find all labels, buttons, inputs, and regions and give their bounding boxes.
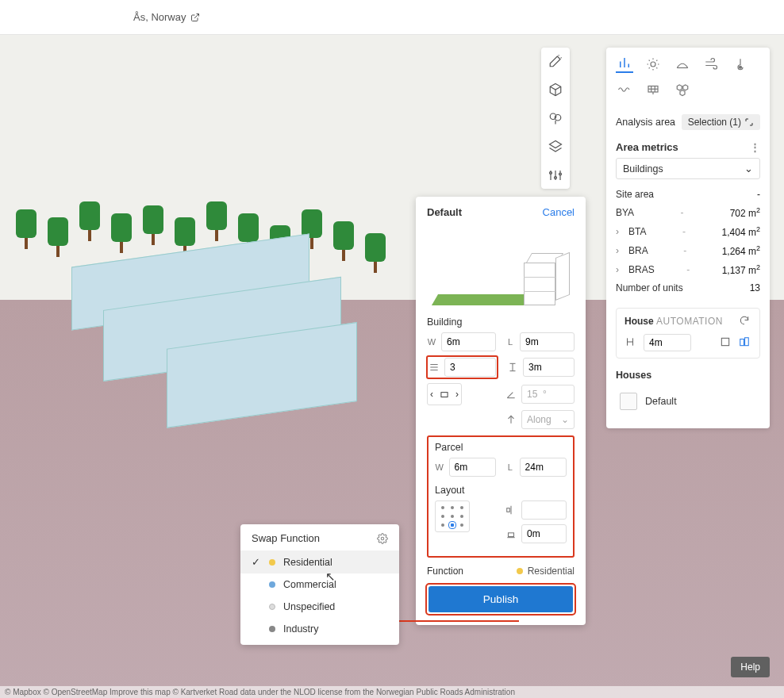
parcel-length-input[interactable] <box>520 458 567 477</box>
layout-header: Layout <box>435 485 567 496</box>
svg-line-0 <box>194 13 199 18</box>
parcel-length-icon: L <box>505 462 515 472</box>
offset-input[interactable] <box>521 524 567 543</box>
annotation-arrow <box>384 620 519 622</box>
swap-item-commercial[interactable]: Commercial <box>240 573 399 596</box>
house-item-default[interactable]: Default <box>616 385 760 417</box>
parcel-width-input[interactable] <box>449 458 496 477</box>
sliders-icon[interactable] <box>547 167 564 184</box>
tree-icon[interactable] <box>547 109 564 127</box>
color-dot <box>269 581 275 588</box>
building-header: Building <box>427 316 575 328</box>
metric-value: 13 <box>750 282 760 293</box>
svg-point-47 <box>381 537 384 540</box>
cube-icon[interactable] <box>547 81 564 98</box>
chevron-right-icon: › <box>616 245 624 256</box>
metric-row[interactable]: ›BRAS-1,137 m2 <box>616 260 760 279</box>
refresh-icon[interactable] <box>739 315 751 328</box>
building-preview <box>427 226 575 305</box>
view-fill-icon[interactable] <box>739 336 751 349</box>
swap-item-unspecified[interactable]: Unspecified <box>240 596 399 618</box>
color-dot <box>269 604 275 610</box>
svg-line-20 <box>649 67 650 68</box>
wand-icon[interactable] <box>547 52 564 70</box>
ridge-orientation-select[interactable]: Along⌄ <box>521 410 575 429</box>
house-thumb-icon <box>620 393 637 410</box>
building-floors-input[interactable] <box>444 358 496 377</box>
house-spacing-input[interactable] <box>644 334 691 351</box>
metric-value: 702 m2 <box>730 206 760 219</box>
metric-value: - <box>757 189 760 200</box>
metric-row: Site area- <box>616 186 760 203</box>
roof-shape-picker[interactable]: ‹ › <box>427 383 462 405</box>
expand-icon <box>744 117 754 127</box>
cancel-button[interactable]: Cancel <box>543 206 575 218</box>
svg-rect-34 <box>745 338 749 346</box>
svg-rect-33 <box>740 339 744 346</box>
building-length-input[interactable] <box>520 332 575 351</box>
metric-value: 1,404 m2 <box>722 225 760 238</box>
chevron-down-icon: ⌄ <box>561 414 569 425</box>
width-icon: W <box>427 337 436 347</box>
building-panel: Default Cancel Building W L ‹ › <box>416 197 586 625</box>
sun-icon[interactable] <box>644 56 662 73</box>
area-metrics-header: Area metrics <box>616 141 678 153</box>
svg-line-21 <box>657 60 658 61</box>
roof-flat-icon <box>438 389 451 400</box>
metric-row: BYA-702 m2 <box>616 203 760 222</box>
metric-row[interactable]: ›BTA-1,404 m2 <box>616 222 760 241</box>
mirror-input[interactable] <box>521 500 567 520</box>
color-dot <box>269 559 275 566</box>
metric-row: Number of units13 <box>616 279 760 297</box>
metric-value: 1,137 m2 <box>722 263 760 276</box>
wave-icon[interactable] <box>616 81 633 98</box>
svg-rect-41 <box>441 393 448 397</box>
temperature-icon[interactable] <box>732 56 749 73</box>
svg-line-18 <box>649 60 650 61</box>
anchor-grid-picker[interactable] <box>435 500 470 532</box>
metrics-dropdown[interactable]: Buildings ⌄ <box>616 158 760 179</box>
solar-panel-icon[interactable] <box>644 81 662 98</box>
angle-icon <box>505 389 517 400</box>
location-name: Ås, Norway <box>133 11 186 23</box>
metric-row[interactable]: ›BRA-1,264 m2 <box>616 241 760 260</box>
noise-icon[interactable] <box>674 56 691 73</box>
layers-icon[interactable] <box>547 138 564 155</box>
swap-item-label: Industry <box>283 623 318 635</box>
metric-label: BRAS <box>628 264 655 275</box>
metric-label: BRA <box>628 245 648 256</box>
map-attribution: © Mapbox © OpenStreetMap Improve this ma… <box>0 686 784 698</box>
swap-item-label: Residential <box>283 557 332 568</box>
chevron-right-icon[interactable]: › <box>455 389 459 400</box>
view-outline-icon[interactable] <box>720 336 732 349</box>
metric-label: Site area <box>616 189 654 200</box>
location-breadcrumb[interactable]: Ås, Norway <box>133 11 200 23</box>
more-icon[interactable]: ⋮ <box>750 141 760 153</box>
chevron-right-icon: › <box>616 226 624 237</box>
svg-rect-32 <box>721 338 728 345</box>
wind-icon[interactable] <box>702 56 720 73</box>
external-link-icon <box>190 13 200 22</box>
swap-item-label: Unspecified <box>283 601 335 612</box>
swap-item-residential[interactable]: ✓Residential <box>240 550 399 573</box>
bars-icon[interactable] <box>616 56 633 73</box>
function-value[interactable]: Residential <box>517 566 575 577</box>
help-button[interactable]: Help <box>731 657 770 677</box>
gear-icon[interactable] <box>377 533 388 544</box>
building-width-input[interactable] <box>441 332 496 351</box>
metric-label: Number of units <box>616 282 683 293</box>
selection-chip[interactable]: Selection (1) <box>682 114 760 130</box>
chevron-left-icon[interactable]: ‹ <box>430 389 433 400</box>
floor-height-input[interactable] <box>523 358 575 377</box>
svg-point-13 <box>651 62 655 67</box>
roof-angle-input[interactable] <box>521 385 575 404</box>
swap-item-industry[interactable]: Industry <box>240 618 399 640</box>
cluster-icon[interactable] <box>674 81 691 98</box>
publish-button[interactable]: Publish <box>429 586 573 612</box>
offset-icon <box>505 524 517 543</box>
svg-point-23 <box>739 66 741 68</box>
analysis-area-label: Analysis area <box>616 117 675 128</box>
house-title: House <box>625 316 654 327</box>
metric-label: BTA <box>628 226 646 237</box>
publish-highlight: Publish <box>427 585 575 614</box>
